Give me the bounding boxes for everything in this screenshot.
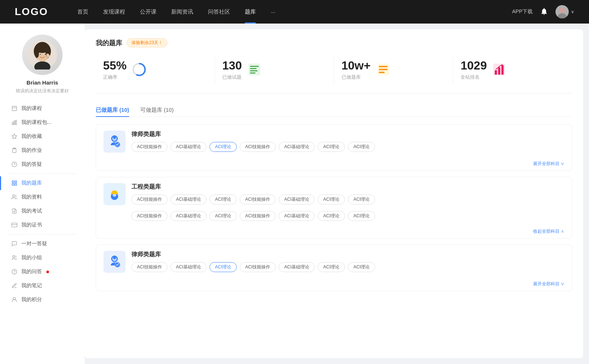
nav-more[interactable]: ··· <box>263 0 283 24</box>
sidebar-item-label: 我的笔记 <box>21 282 42 289</box>
eng-r2-tag-7[interactable]: ACI理论 <box>348 211 375 221</box>
eng-r2-tag-5[interactable]: ACI基础理论 <box>279 211 315 221</box>
svg-rect-27 <box>15 181 17 183</box>
l2-tag-7[interactable]: ACI理论 <box>348 262 375 272</box>
collapse-link-engineer[interactable]: 收起全部科目 ∧ <box>96 226 572 238</box>
svg-rect-21 <box>15 120 17 125</box>
sidebar-item-points[interactable]: 我的积分 <box>0 293 85 307</box>
l2-tag-5[interactable]: ACI基础理论 <box>279 262 315 272</box>
logo[interactable]: LOGO <box>15 6 48 18</box>
l2-tag-4[interactable]: ACI技能操作 <box>240 262 276 272</box>
bank-tags-row2-engineer: ACI技能操作 ACI基础理论 ACI理论 ACI技能操作 ACI基础理论 AC… <box>96 211 572 226</box>
nav-news[interactable]: 新闻资讯 <box>164 0 201 24</box>
stat-label-done-q: 已做试题 <box>222 74 242 81</box>
sidebar-item-label: 我的资料 <box>21 194 42 200</box>
nav-qa[interactable]: 问答社区 <box>201 0 237 24</box>
tag-1[interactable]: ACI技能操作 <box>131 142 167 152</box>
svg-rect-46 <box>250 72 255 74</box>
banks-icon <box>376 62 391 77</box>
sidebar: Brian Harris 错误的决定比没有决定要好 我的课程 我的课程包... … <box>0 24 85 364</box>
eng-r2-tag-2[interactable]: ACI基础理论 <box>170 211 207 221</box>
eng-tag-4[interactable]: ACI技能操作 <box>240 195 276 204</box>
l2-tag-3[interactable]: ACI理论 <box>209 262 237 272</box>
app-download-link[interactable]: APP下载 <box>512 8 533 15</box>
sidebar-item-homework[interactable]: 我的作业 <box>0 143 85 157</box>
svg-rect-15 <box>36 64 49 69</box>
eng-tag-1[interactable]: ACI技能操作 <box>131 195 167 204</box>
stat-label-done-b: 已做题库 <box>342 74 371 81</box>
l2-tag-6[interactable]: ACI理论 <box>318 262 345 272</box>
sidebar-item-favorites[interactable]: 我的收藏 <box>0 129 85 143</box>
svg-rect-29 <box>15 183 17 185</box>
sidebar-item-qa[interactable]: 我的答疑 <box>0 157 85 171</box>
svg-rect-20 <box>14 121 15 125</box>
user-name: Brian Harris <box>27 79 58 86</box>
sidebar-item-label: 我的积分 <box>21 296 42 303</box>
svg-point-1 <box>560 7 565 13</box>
eng-r2-tag-3[interactable]: ACI理论 <box>209 211 237 221</box>
sidebar-item-label: 我的课程 <box>21 105 42 112</box>
accuracy-chart-icon <box>132 62 147 77</box>
svg-rect-19 <box>12 122 13 125</box>
sidebar-item-label: 我的课程包... <box>21 119 52 126</box>
svg-rect-53 <box>498 67 500 75</box>
questions-icon <box>247 62 262 77</box>
eng-tag-6[interactable]: ACI理论 <box>318 195 345 204</box>
eng-tag-7[interactable]: ACI理论 <box>348 195 375 204</box>
nav-question-bank[interactable]: 题库 <box>237 0 263 24</box>
tag-5[interactable]: ACI基础理论 <box>279 142 315 152</box>
tag-2[interactable]: ACI基础理论 <box>170 142 207 152</box>
avatar <box>556 5 569 18</box>
expand-link-lawyer-2[interactable]: 展开全部科目 ∨ <box>96 279 572 291</box>
tag-3[interactable]: ACI理论 <box>209 142 237 152</box>
bank-name-engineer: 工程类题库 <box>131 183 564 191</box>
eng-r2-tag-6[interactable]: ACI理论 <box>318 211 345 221</box>
sidebar-item-label: 我的考试 <box>21 208 42 214</box>
clipboard-icon <box>11 147 18 154</box>
svg-rect-45 <box>250 70 258 71</box>
navbar-right: APP下载 ∨ <box>512 5 574 18</box>
expand-link-lawyer-1[interactable]: 展开全部科目 ∨ <box>96 158 572 171</box>
l2-tag-1[interactable]: ACI技能操作 <box>131 262 167 272</box>
eng-tag-5[interactable]: ACI基础理论 <box>279 195 315 204</box>
tag-6[interactable]: ACI理论 <box>318 142 345 152</box>
bank-card-lawyer-2: 律师类题库 ACI技能操作 ACI基础理论 ACI理论 ACI技能操作 ACI基… <box>96 245 572 291</box>
eng-r2-tag-1[interactable]: ACI技能操作 <box>131 211 167 221</box>
svg-point-30 <box>13 195 14 197</box>
sidebar-item-my-data[interactable]: 我的资料 <box>0 190 85 204</box>
grid-icon <box>11 180 18 186</box>
eng-tag-3[interactable]: ACI理论 <box>209 195 237 204</box>
tag-7[interactable]: ACI理论 <box>348 142 375 152</box>
stat-done-banks: 10w+ 已做题库 <box>334 55 454 84</box>
nav-menu: 首页 发现课程 公开课 新闻资讯 问答社区 题库 ··· <box>70 0 512 24</box>
sidebar-item-my-courses[interactable]: 我的课程 <box>0 101 85 115</box>
user-avatar-area[interactable]: ∨ <box>556 5 574 18</box>
sidebar-item-certificate[interactable]: 我的证书 <box>0 218 85 232</box>
sidebar-item-label: 我的作业 <box>21 147 42 154</box>
menu-divider-1 <box>7 174 77 174</box>
file-icon <box>11 105 18 112</box>
l2-tag-2[interactable]: ACI基础理论 <box>170 262 207 272</box>
tab-done-banks[interactable]: 已做题库 (10) <box>96 104 129 117</box>
stat-number-done-q: 130 <box>222 58 242 72</box>
trial-badge: 体验剩余23天！ <box>127 38 167 47</box>
sidebar-item-group[interactable]: 我的小组 <box>0 251 85 265</box>
tag-4[interactable]: ACI技能操作 <box>240 142 276 152</box>
svg-rect-28 <box>12 183 14 185</box>
eng-r2-tag-4[interactable]: ACI技能操作 <box>240 211 276 221</box>
sidebar-item-one-on-one[interactable]: 一对一答疑 <box>0 237 85 251</box>
sidebar-item-notes[interactable]: 我的笔记 <box>0 279 85 293</box>
tab-available-banks[interactable]: 可做题库 (10) <box>140 104 174 117</box>
svg-point-36 <box>13 256 14 257</box>
sidebar-item-exam[interactable]: 我的考试 <box>0 204 85 218</box>
nav-home[interactable]: 首页 <box>70 0 96 24</box>
nav-discover[interactable]: 发现课程 <box>96 0 133 24</box>
sidebar-item-my-questions[interactable]: 我的问答 <box>0 265 85 279</box>
lawyer-bank-icon <box>103 131 126 153</box>
nav-open-course[interactable]: 公开课 <box>133 0 164 24</box>
sidebar-item-course-packages[interactable]: 我的课程包... <box>0 115 85 129</box>
sidebar-item-question-bank[interactable]: 我的题库 <box>0 176 85 190</box>
notification-bell[interactable] <box>540 7 548 17</box>
navbar: LOGO 首页 发现课程 公开课 新闻资讯 问答社区 题库 ··· APP下载 … <box>0 0 589 24</box>
eng-tag-2[interactable]: ACI基础理论 <box>170 195 207 204</box>
